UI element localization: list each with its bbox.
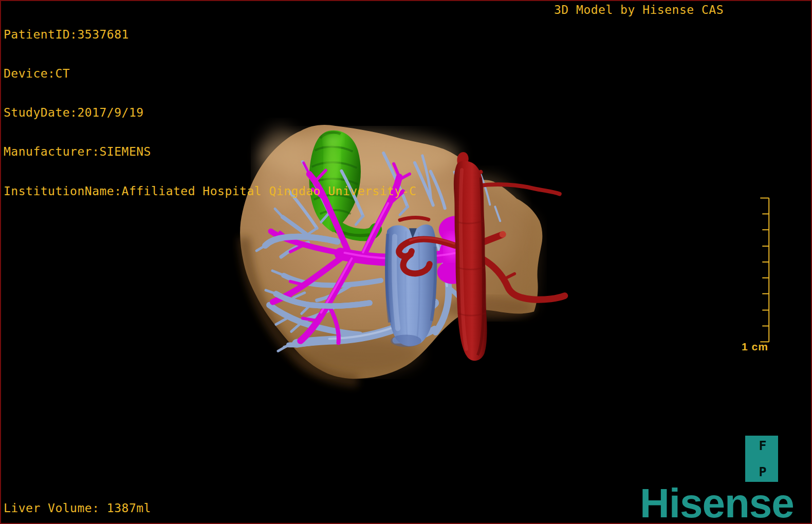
patient-info-overlay: PatientID:3537681 Device:CT StudyDate:20…: [4, 2, 416, 224]
viewer-screen: 1 cm PatientID:3537681 Device:CT StudyDa…: [0, 0, 812, 524]
manufacturer-line: Manufacturer:SIEMENS: [4, 145, 416, 158]
scale-label: 1 cm: [742, 341, 768, 353]
patient-id-line: PatientID:3537681: [4, 28, 416, 41]
orientation-letter-p: P: [759, 465, 766, 478]
liver-volume-label: Liver Volume: 1387ml: [4, 501, 151, 515]
institution-line: InstitutionName:Affiliated Hospital Qing…: [4, 185, 416, 198]
orientation-cube[interactable]: F P: [745, 436, 778, 482]
study-date-line: StudyDate:2017/9/19: [4, 106, 416, 119]
watermark: 3D Model by Hisense CAS: [554, 3, 724, 16]
orientation-letter-f: F: [759, 439, 766, 452]
hisense-logo: Hisense: [640, 483, 794, 524]
device-line: Device:CT: [4, 67, 416, 80]
